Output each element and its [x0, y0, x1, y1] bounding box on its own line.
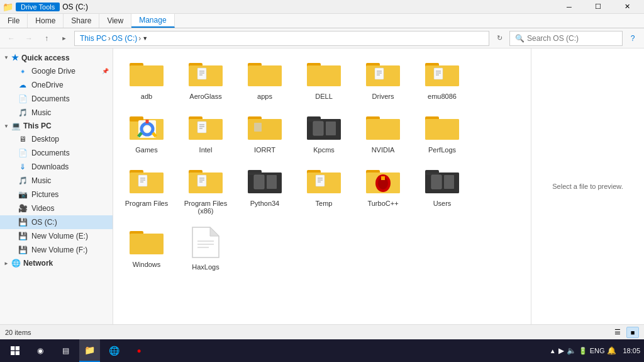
edge-taskbar-btn[interactable]: 🌐 [103, 339, 125, 362]
search-help-button[interactable]: ? [625, 31, 640, 46]
details-view-button[interactable]: ☰ [611, 327, 624, 338]
svg-rect-39 [197, 122, 206, 133]
tab-file[interactable]: File [0, 14, 28, 28]
file-item[interactable]: TurboC++ [355, 161, 411, 219]
sidebar-item-documents-pc[interactable]: 📄 Documents [0, 146, 113, 160]
google-drive-icon: 🔹 [18, 66, 28, 76]
file-icon [247, 58, 283, 90]
language-indicator: ENG [590, 347, 605, 354]
tab-manage[interactable]: Manage [131, 14, 174, 28]
sidebar-osdrive-label: OS (C:) [31, 218, 57, 227]
sidebar-item-google-drive[interactable]: 🔹 Google Drive 📌 [0, 64, 113, 78]
maximize-button[interactable]: ☐ [584, 0, 613, 14]
sidebar-item-videos[interactable]: 🎥 Videos [0, 201, 113, 215]
file-name: Temp [316, 200, 333, 207]
address-path[interactable]: This PC › OS (C:) › ▼ [74, 31, 489, 46]
file-item[interactable]: apps [236, 54, 293, 105]
file-item[interactable]: DELL [296, 54, 352, 105]
up-button[interactable]: ↑ [39, 31, 54, 46]
file-icon [306, 165, 342, 197]
sidebar-downloads-label: Downloads [31, 162, 69, 171]
forward-button[interactable]: → [21, 31, 36, 46]
pictures-icon: 📷 [18, 189, 28, 200]
file-item[interactable]: IORRT [236, 107, 293, 158]
file-icon [187, 165, 224, 197]
svg-rect-100 [130, 234, 164, 254]
sidebar-thispc-label: This PC [23, 122, 52, 130]
file-icon [424, 58, 460, 90]
sidebar-item-osdrive[interactable]: 💾 OS (C:) [0, 215, 113, 229]
task-view-button[interactable]: ▤ [54, 339, 77, 362]
file-name: Python34 [250, 200, 279, 207]
file-explorer-taskbar-btn[interactable]: 📁 [79, 339, 100, 362]
app1-taskbar-btn[interactable]: ● [128, 339, 150, 362]
file-item[interactable]: Drivers [355, 54, 411, 105]
breadcrumb-dropdown[interactable]: ▼ [142, 35, 148, 42]
sidebar-section-thispc[interactable]: ▼ 💻 This PC [0, 120, 113, 132]
sidebar-item-newvol-f[interactable]: 💾 New Volume (F:) [0, 243, 113, 257]
sidebar-item-music[interactable]: 🎵 Music [0, 106, 113, 120]
breadcrumb-osc[interactable]: OS (C:) [112, 34, 138, 43]
file-item[interactable]: NVIDIA [355, 107, 411, 158]
item-count: 20 items [5, 329, 31, 336]
search-icon: 🔍 [515, 34, 525, 43]
file-item[interactable]: Temp [296, 161, 352, 219]
title-bar-left: 📁 Drive Tools OS (C:) [3, 2, 88, 12]
sidebar-section-network[interactable]: ► 🌐 Network [0, 257, 113, 269]
cortana-button[interactable]: ◉ [29, 339, 52, 362]
nav-arrow[interactable]: ► [57, 31, 72, 46]
file-item[interactable]: Program Files [118, 161, 175, 219]
taskbar-left: ◉ ▤ 📁 🌐 ● [4, 339, 150, 362]
title-bar: 📁 Drive Tools OS (C:) ─ ☐ ✕ [0, 0, 644, 14]
svg-rect-19 [375, 68, 384, 79]
sidebar-item-documents[interactable]: 📄 Documents [0, 92, 113, 106]
svg-rect-26 [434, 68, 443, 79]
tab-view[interactable]: View [99, 14, 131, 28]
tab-share[interactable]: Share [64, 14, 99, 28]
sidebar-item-music-pc[interactable]: 🎵 Music [0, 174, 113, 188]
sidebar-section-quick-access[interactable]: ▼ ★ Quick access [0, 51, 113, 64]
tiles-view-button[interactable]: ■ [626, 327, 639, 338]
svg-rect-95 [431, 175, 441, 189]
close-button[interactable]: ✕ [613, 0, 641, 14]
window-icon: 📁 [3, 2, 13, 12]
minimize-button[interactable]: ─ [555, 0, 584, 14]
breadcrumb-thispc[interactable]: This PC [80, 34, 107, 43]
file-item[interactable]: Users [414, 161, 470, 219]
taskbar-clock[interactable]: 18:05 [623, 347, 640, 354]
sidebar-item-pictures[interactable]: 📷 Pictures [0, 188, 113, 201]
file-item[interactable]: PerfLogs [414, 107, 470, 158]
file-item[interactable]: emu8086 [414, 54, 470, 105]
file-icon [187, 58, 224, 90]
tab-home[interactable]: Home [28, 14, 64, 28]
file-name: TurboC++ [367, 200, 398, 207]
sidebar-item-newvol-e[interactable]: 💾 New Volume (E:) [0, 229, 113, 243]
file-item[interactable]: Windows [118, 222, 175, 275]
drive-tools-tab[interactable]: Drive Tools [16, 3, 60, 11]
search-box: 🔍 [509, 31, 623, 46]
onedrive-icon: ☁ [18, 80, 28, 90]
sidebar-item-desktop[interactable]: 🖥 Desktop [0, 132, 113, 146]
svg-rect-62 [138, 175, 147, 186]
back-button[interactable]: ← [4, 31, 19, 46]
start-button[interactable] [4, 339, 26, 362]
title-bar-controls: ─ ☐ ✕ [555, 0, 641, 14]
music-pc-icon: 🎵 [18, 176, 28, 186]
file-item[interactable]: Program Files (x86) [177, 161, 234, 219]
tray-up-arrow[interactable]: ▲ [550, 348, 556, 354]
file-item[interactable]: AeroGlass [177, 54, 234, 105]
file-item[interactable]: adb [118, 54, 175, 105]
file-item[interactable]: Kpcms [296, 107, 352, 158]
file-grid: adb AeroGlass apps DELL [118, 54, 526, 319]
svg-rect-91 [381, 176, 385, 180]
refresh-button[interactable]: ↻ [492, 31, 507, 46]
search-input[interactable] [527, 34, 615, 43]
file-item[interactable]: Games [118, 107, 175, 158]
file-item[interactable]: Intel [177, 107, 234, 158]
sidebar-item-downloads[interactable]: ⇓ Downloads [0, 160, 113, 174]
sidebar-item-onedrive[interactable]: ☁ OneDrive [0, 78, 113, 92]
system-tray: ▲ ▶ 🔈 🔋 ENG 🔔 [547, 346, 619, 355]
file-item[interactable]: Python34 [236, 161, 293, 219]
file-item[interactable]: HaxLogs [177, 222, 234, 275]
videos-icon: 🎥 [18, 203, 28, 213]
